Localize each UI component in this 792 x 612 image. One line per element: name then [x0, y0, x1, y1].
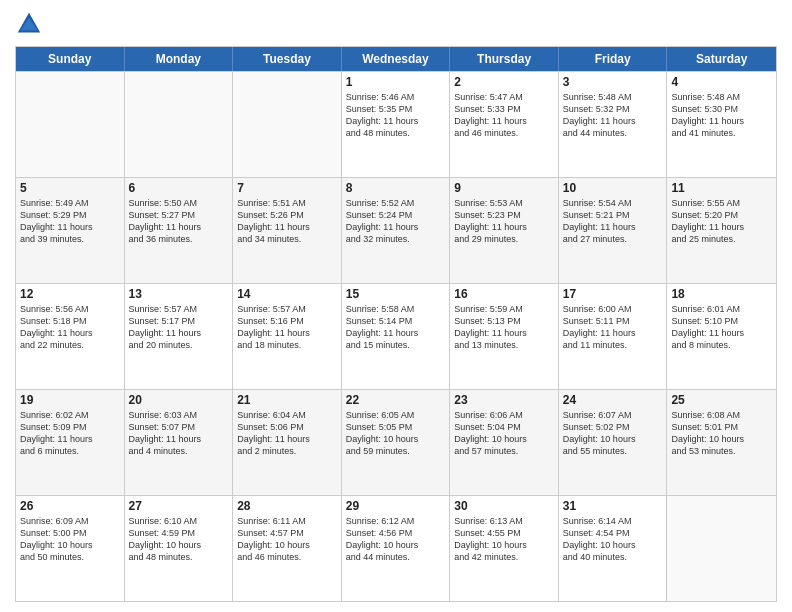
day-info: Sunrise: 6:10 AM Sunset: 4:59 PM Dayligh…	[129, 515, 229, 564]
day-cell-24: 24Sunrise: 6:07 AM Sunset: 5:02 PM Dayli…	[559, 390, 668, 495]
weekday-header-monday: Monday	[125, 47, 234, 71]
day-info: Sunrise: 5:47 AM Sunset: 5:33 PM Dayligh…	[454, 91, 554, 140]
day-info: Sunrise: 6:06 AM Sunset: 5:04 PM Dayligh…	[454, 409, 554, 458]
day-info: Sunrise: 5:57 AM Sunset: 5:17 PM Dayligh…	[129, 303, 229, 352]
day-number: 4	[671, 75, 772, 89]
day-cell-7: 7Sunrise: 5:51 AM Sunset: 5:26 PM Daylig…	[233, 178, 342, 283]
day-number: 20	[129, 393, 229, 407]
day-info: Sunrise: 6:05 AM Sunset: 5:05 PM Dayligh…	[346, 409, 446, 458]
day-cell-31: 31Sunrise: 6:14 AM Sunset: 4:54 PM Dayli…	[559, 496, 668, 601]
day-info: Sunrise: 5:49 AM Sunset: 5:29 PM Dayligh…	[20, 197, 120, 246]
day-info: Sunrise: 5:58 AM Sunset: 5:14 PM Dayligh…	[346, 303, 446, 352]
day-cell-15: 15Sunrise: 5:58 AM Sunset: 5:14 PM Dayli…	[342, 284, 451, 389]
day-cell-16: 16Sunrise: 5:59 AM Sunset: 5:13 PM Dayli…	[450, 284, 559, 389]
day-cell-26: 26Sunrise: 6:09 AM Sunset: 5:00 PM Dayli…	[16, 496, 125, 601]
day-number: 9	[454, 181, 554, 195]
day-number: 19	[20, 393, 120, 407]
day-info: Sunrise: 5:50 AM Sunset: 5:27 PM Dayligh…	[129, 197, 229, 246]
day-info: Sunrise: 5:57 AM Sunset: 5:16 PM Dayligh…	[237, 303, 337, 352]
day-number: 12	[20, 287, 120, 301]
calendar-row-1: 5Sunrise: 5:49 AM Sunset: 5:29 PM Daylig…	[16, 177, 776, 283]
day-info: Sunrise: 6:12 AM Sunset: 4:56 PM Dayligh…	[346, 515, 446, 564]
day-cell-23: 23Sunrise: 6:06 AM Sunset: 5:04 PM Dayli…	[450, 390, 559, 495]
calendar-header: SundayMondayTuesdayWednesdayThursdayFrid…	[16, 47, 776, 71]
day-cell-14: 14Sunrise: 5:57 AM Sunset: 5:16 PM Dayli…	[233, 284, 342, 389]
empty-cell-0-2	[233, 72, 342, 177]
day-cell-11: 11Sunrise: 5:55 AM Sunset: 5:20 PM Dayli…	[667, 178, 776, 283]
day-cell-25: 25Sunrise: 6:08 AM Sunset: 5:01 PM Dayli…	[667, 390, 776, 495]
day-info: Sunrise: 5:48 AM Sunset: 5:32 PM Dayligh…	[563, 91, 663, 140]
day-number: 11	[671, 181, 772, 195]
day-number: 23	[454, 393, 554, 407]
day-number: 2	[454, 75, 554, 89]
day-number: 24	[563, 393, 663, 407]
weekday-header-tuesday: Tuesday	[233, 47, 342, 71]
day-cell-22: 22Sunrise: 6:05 AM Sunset: 5:05 PM Dayli…	[342, 390, 451, 495]
day-number: 13	[129, 287, 229, 301]
day-number: 27	[129, 499, 229, 513]
day-info: Sunrise: 6:01 AM Sunset: 5:10 PM Dayligh…	[671, 303, 772, 352]
day-cell-5: 5Sunrise: 5:49 AM Sunset: 5:29 PM Daylig…	[16, 178, 125, 283]
calendar-row-3: 19Sunrise: 6:02 AM Sunset: 5:09 PM Dayli…	[16, 389, 776, 495]
day-info: Sunrise: 6:02 AM Sunset: 5:09 PM Dayligh…	[20, 409, 120, 458]
day-info: Sunrise: 6:03 AM Sunset: 5:07 PM Dayligh…	[129, 409, 229, 458]
day-number: 16	[454, 287, 554, 301]
day-number: 26	[20, 499, 120, 513]
day-cell-8: 8Sunrise: 5:52 AM Sunset: 5:24 PM Daylig…	[342, 178, 451, 283]
calendar-row-0: 1Sunrise: 5:46 AM Sunset: 5:35 PM Daylig…	[16, 71, 776, 177]
logo	[15, 10, 47, 38]
day-info: Sunrise: 5:54 AM Sunset: 5:21 PM Dayligh…	[563, 197, 663, 246]
day-number: 28	[237, 499, 337, 513]
day-cell-3: 3Sunrise: 5:48 AM Sunset: 5:32 PM Daylig…	[559, 72, 668, 177]
day-number: 29	[346, 499, 446, 513]
day-cell-29: 29Sunrise: 6:12 AM Sunset: 4:56 PM Dayli…	[342, 496, 451, 601]
day-number: 3	[563, 75, 663, 89]
day-info: Sunrise: 6:09 AM Sunset: 5:00 PM Dayligh…	[20, 515, 120, 564]
calendar-row-4: 26Sunrise: 6:09 AM Sunset: 5:00 PM Dayli…	[16, 495, 776, 601]
calendar-row-2: 12Sunrise: 5:56 AM Sunset: 5:18 PM Dayli…	[16, 283, 776, 389]
day-cell-30: 30Sunrise: 6:13 AM Sunset: 4:55 PM Dayli…	[450, 496, 559, 601]
day-cell-27: 27Sunrise: 6:10 AM Sunset: 4:59 PM Dayli…	[125, 496, 234, 601]
day-number: 25	[671, 393, 772, 407]
day-cell-1: 1Sunrise: 5:46 AM Sunset: 5:35 PM Daylig…	[342, 72, 451, 177]
day-cell-20: 20Sunrise: 6:03 AM Sunset: 5:07 PM Dayli…	[125, 390, 234, 495]
day-number: 22	[346, 393, 446, 407]
day-number: 21	[237, 393, 337, 407]
empty-cell-0-0	[16, 72, 125, 177]
day-cell-6: 6Sunrise: 5:50 AM Sunset: 5:27 PM Daylig…	[125, 178, 234, 283]
day-cell-12: 12Sunrise: 5:56 AM Sunset: 5:18 PM Dayli…	[16, 284, 125, 389]
day-cell-9: 9Sunrise: 5:53 AM Sunset: 5:23 PM Daylig…	[450, 178, 559, 283]
day-cell-21: 21Sunrise: 6:04 AM Sunset: 5:06 PM Dayli…	[233, 390, 342, 495]
day-cell-18: 18Sunrise: 6:01 AM Sunset: 5:10 PM Dayli…	[667, 284, 776, 389]
weekday-header-sunday: Sunday	[16, 47, 125, 71]
day-number: 18	[671, 287, 772, 301]
day-number: 5	[20, 181, 120, 195]
day-number: 17	[563, 287, 663, 301]
day-number: 14	[237, 287, 337, 301]
day-cell-28: 28Sunrise: 6:11 AM Sunset: 4:57 PM Dayli…	[233, 496, 342, 601]
day-cell-17: 17Sunrise: 6:00 AM Sunset: 5:11 PM Dayli…	[559, 284, 668, 389]
day-info: Sunrise: 6:04 AM Sunset: 5:06 PM Dayligh…	[237, 409, 337, 458]
day-cell-19: 19Sunrise: 6:02 AM Sunset: 5:09 PM Dayli…	[16, 390, 125, 495]
calendar-body: 1Sunrise: 5:46 AM Sunset: 5:35 PM Daylig…	[16, 71, 776, 601]
day-info: Sunrise: 6:14 AM Sunset: 4:54 PM Dayligh…	[563, 515, 663, 564]
day-cell-2: 2Sunrise: 5:47 AM Sunset: 5:33 PM Daylig…	[450, 72, 559, 177]
day-info: Sunrise: 6:13 AM Sunset: 4:55 PM Dayligh…	[454, 515, 554, 564]
day-info: Sunrise: 6:11 AM Sunset: 4:57 PM Dayligh…	[237, 515, 337, 564]
logo-icon	[15, 10, 43, 38]
day-number: 31	[563, 499, 663, 513]
day-cell-10: 10Sunrise: 5:54 AM Sunset: 5:21 PM Dayli…	[559, 178, 668, 283]
day-info: Sunrise: 5:56 AM Sunset: 5:18 PM Dayligh…	[20, 303, 120, 352]
day-number: 30	[454, 499, 554, 513]
day-cell-4: 4Sunrise: 5:48 AM Sunset: 5:30 PM Daylig…	[667, 72, 776, 177]
day-info: Sunrise: 5:53 AM Sunset: 5:23 PM Dayligh…	[454, 197, 554, 246]
day-cell-13: 13Sunrise: 5:57 AM Sunset: 5:17 PM Dayli…	[125, 284, 234, 389]
day-number: 6	[129, 181, 229, 195]
day-number: 15	[346, 287, 446, 301]
page: SundayMondayTuesdayWednesdayThursdayFrid…	[0, 0, 792, 612]
day-number: 7	[237, 181, 337, 195]
day-number: 10	[563, 181, 663, 195]
day-info: Sunrise: 6:00 AM Sunset: 5:11 PM Dayligh…	[563, 303, 663, 352]
day-info: Sunrise: 5:48 AM Sunset: 5:30 PM Dayligh…	[671, 91, 772, 140]
weekday-header-thursday: Thursday	[450, 47, 559, 71]
